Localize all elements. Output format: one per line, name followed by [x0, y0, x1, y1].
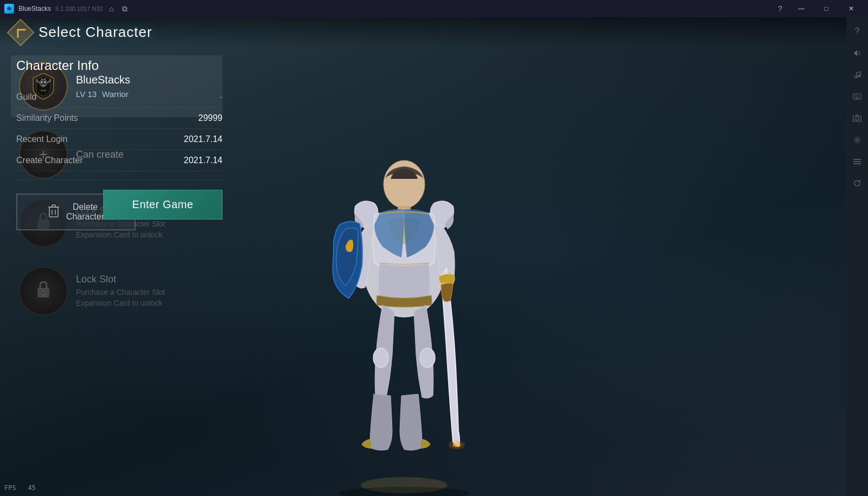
fps-counter: FPS 45 — [4, 484, 36, 492]
titlebar: BlueStacks 5.1.100.1017 N32 ⌂ ⧉ ? — □ ✕ — [0, 0, 868, 17]
guild-label: Guild — [16, 92, 36, 102]
info-row-recent-login: Recent Login 2021.7.14 — [16, 129, 222, 150]
svg-point-36 — [420, 348, 435, 368]
svg-point-39 — [339, 487, 469, 496]
divider — [16, 179, 222, 180]
page-title: Select Character — [39, 24, 152, 41]
svg-point-18 — [856, 139, 859, 141]
enter-game-button[interactable]: Enter Game — [103, 190, 222, 220]
svg-point-35 — [373, 348, 388, 368]
window-controls: ? — □ ✕ — [776, 0, 864, 17]
sidebar-camera-icon[interactable] — [847, 108, 867, 128]
app-title: BlueStacks — [18, 5, 51, 12]
minimize-button[interactable]: — — [789, 0, 814, 17]
svg-point-28 — [42, 291, 45, 294]
svg-point-17 — [856, 117, 859, 120]
info-row-create-char: Create Character 2021.7.14 — [16, 150, 222, 171]
app-version: 5.1.100.1017 N32 — [55, 5, 103, 12]
sidebar-music-icon[interactable] — [847, 65, 867, 85]
help-icon[interactable]: ? — [776, 4, 784, 13]
lock-avatar-2 — [19, 267, 68, 315]
maximize-button[interactable]: □ — [814, 0, 839, 17]
trash-icon — [48, 204, 60, 221]
delete-label: DeleteCharacter — [66, 202, 104, 222]
info-title: Character Info — [16, 58, 222, 73]
fps-value: 45 — [28, 484, 35, 492]
right-sidebar: ? — [846, 17, 868, 496]
sidebar-volume-icon[interactable] — [847, 43, 867, 63]
titlebar-left: BlueStacks 5.1.100.1017 N32 ⌂ ⧉ — [4, 4, 129, 14]
sidebar-settings-icon[interactable] — [847, 130, 867, 150]
info-row-similarity: Similarity Points 29999 — [16, 108, 222, 129]
game-area: Select Character — [0, 17, 846, 496]
svg-rect-40 — [49, 207, 58, 217]
lock-slot-2[interactable]: Lock Slot Purchase a Character Slot Expa… — [11, 260, 222, 322]
svg-line-7 — [857, 72, 860, 73]
lock-desc-2: Purchase a Character Slot Expansion Card… — [76, 287, 165, 308]
recent-login-value: 2021.7.14 — [184, 134, 222, 144]
lock-title-2: Lock Slot — [76, 274, 165, 285]
create-char-value: 2021.7.14 — [184, 156, 222, 165]
bluestacks-logo — [4, 4, 14, 14]
guild-value: - — [220, 92, 222, 102]
create-char-label: Create Character — [16, 156, 83, 165]
info-row-guild: Guild - — [16, 87, 222, 108]
multiinstance-icon[interactable]: ⧉ — [120, 4, 129, 13]
svg-point-38 — [449, 441, 465, 449]
info-table: Guild - Similarity Points 29999 Recent L… — [16, 87, 222, 171]
sidebar-menu-icon[interactable] — [847, 152, 867, 171]
home-icon[interactable]: ⌂ — [107, 4, 116, 13]
lock-icon-2 — [35, 280, 52, 303]
back-button[interactable] — [7, 18, 35, 46]
header: Select Character — [0, 17, 846, 47]
right-panel: Character Info Guild - Similarity Points… — [0, 47, 239, 241]
recent-login-label: Recent Login — [16, 134, 67, 144]
close-button[interactable]: ✕ — [839, 0, 864, 17]
similarity-value: 29999 — [199, 113, 223, 123]
sidebar-keyboard-icon[interactable] — [847, 87, 867, 106]
character-figure — [274, 84, 534, 496]
sidebar-refresh-icon[interactable] — [847, 173, 867, 193]
lock-info-2: Lock Slot Purchase a Character Slot Expa… — [76, 274, 165, 308]
sidebar-help-icon[interactable]: ? — [847, 22, 867, 41]
fps-label: FPS — [4, 484, 16, 492]
character-display — [206, 47, 602, 496]
similarity-label: Similarity Points — [16, 113, 78, 123]
